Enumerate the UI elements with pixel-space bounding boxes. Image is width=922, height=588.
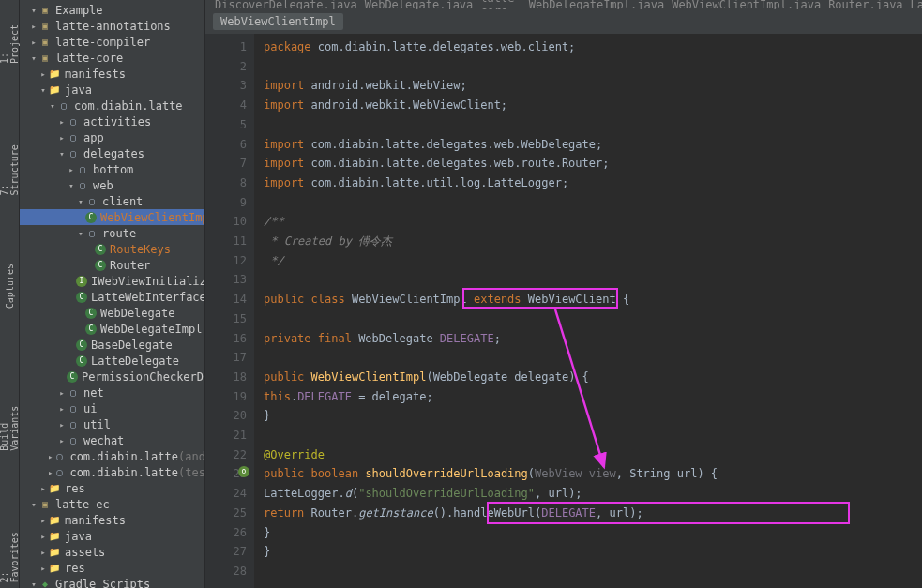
- line-number[interactable]: 3: [205, 76, 247, 96]
- tree-node[interactable]: ▸▢com.diabin.latte (test): [20, 464, 204, 480]
- tree-arrow[interactable]: ▾: [29, 500, 38, 509]
- tree-node[interactable]: ▸📁assets: [20, 544, 204, 560]
- tree-node[interactable]: ▸▢app: [20, 129, 204, 145]
- tree-node[interactable]: ▸▢ui: [20, 400, 204, 416]
- tree-node[interactable]: ▾▣Example: [20, 2, 204, 18]
- tree-arrow[interactable]: ▾: [29, 580, 38, 589]
- line-number[interactable]: 20: [205, 406, 247, 426]
- line-number[interactable]: 17: [205, 348, 247, 368]
- code-line[interactable]: }: [264, 406, 922, 426]
- tree-node[interactable]: CWebDelegateImpl: [20, 321, 204, 337]
- tree-node[interactable]: ▾▣latte-ec: [20, 496, 204, 512]
- editor-tab[interactable]: LatteWebInterface.java: [911, 0, 922, 9]
- tree-node[interactable]: ▸▢util: [20, 416, 204, 432]
- tree-node[interactable]: CWebViewClientImpl: [20, 209, 204, 225]
- tree-arrow[interactable]: ▾: [29, 6, 38, 15]
- line-number[interactable]: 15: [205, 309, 247, 329]
- line-number[interactable]: 24: [205, 484, 247, 504]
- tree-node[interactable]: ▾▢delegates: [20, 145, 204, 161]
- code-line[interactable]: /**: [264, 212, 922, 232]
- editor-tab[interactable]: Router.java: [828, 0, 902, 9]
- code-line[interactable]: [264, 57, 922, 77]
- line-number[interactable]: 27: [205, 542, 247, 562]
- code-line[interactable]: */: [264, 251, 922, 271]
- line-number[interactable]: 14: [205, 290, 247, 309]
- editor-tab[interactable]: DiscoverDelegate.java: [215, 0, 357, 9]
- line-number[interactable]: 13: [205, 270, 247, 290]
- editor-tab[interactable]: WebDelegateImpl.java: [529, 0, 665, 9]
- tree-arrow[interactable]: ▾: [67, 181, 76, 190]
- tree-node[interactable]: ▸📁res: [20, 560, 204, 576]
- tree-arrow[interactable]: ▸: [57, 117, 67, 127]
- tree-node[interactable]: IIWebViewInitializer: [20, 273, 204, 289]
- tree-node[interactable]: CLatteDelegate: [20, 353, 204, 369]
- breadcrumb-chip[interactable]: WebViewClientImpl: [213, 13, 343, 30]
- tree-node[interactable]: CLatteWebInterface: [20, 289, 204, 305]
- code-line[interactable]: [264, 115, 922, 135]
- tree-node[interactable]: CRouter: [20, 257, 204, 273]
- line-number[interactable]: 25: [205, 504, 247, 523]
- tool-tab-build-variants[interactable]: Build Variants: [0, 370, 22, 457]
- tree-node[interactable]: ▾▢route: [20, 225, 204, 241]
- line-number[interactable]: 19: [205, 387, 247, 407]
- code-line[interactable]: public class WebViewClientImpl extends W…: [264, 290, 922, 309]
- tree-arrow[interactable]: ▾: [29, 53, 38, 63]
- tree-node[interactable]: ▸▢net: [20, 384, 204, 400]
- override-icon[interactable]: o: [238, 466, 249, 477]
- code-line[interactable]: import com.diabin.latte.delegates.web.We…: [264, 135, 922, 155]
- tree-arrow[interactable]: ▾: [76, 229, 85, 238]
- tree-node[interactable]: ▸▢bottom: [20, 161, 204, 177]
- tree-node[interactable]: ▾📁java: [20, 82, 204, 98]
- tree-node[interactable]: ▾▢client: [20, 193, 204, 209]
- tree-arrow[interactable]: ▸: [57, 436, 67, 445]
- code-line[interactable]: [264, 309, 922, 329]
- code-line[interactable]: import com.diabin.latte.util.log.LatteLo…: [264, 173, 922, 193]
- code-lines[interactable]: package com.diabin.latte.delegates.web.c…: [254, 34, 922, 588]
- tree-arrow[interactable]: ▾: [38, 85, 48, 95]
- tree-node[interactable]: ▸📁manifests: [20, 512, 204, 528]
- tree-arrow[interactable]: ▸: [38, 548, 48, 557]
- tree-node[interactable]: ▸▢com.diabin.latte (androidTest): [20, 448, 204, 464]
- tree-arrow[interactable]: ▸: [38, 69, 48, 79]
- tree-arrow[interactable]: ▾: [57, 149, 67, 158]
- line-number[interactable]: 5: [205, 115, 247, 135]
- tree-node[interactable]: ▸📁res: [20, 480, 204, 496]
- tree-arrow[interactable]: ▸: [67, 165, 76, 174]
- code-line[interactable]: import android.webkit.WebViewClient;: [264, 96, 922, 115]
- code-line[interactable]: import android.webkit.WebView;: [264, 76, 922, 96]
- code-line[interactable]: private final WebDelegate DELEGATE;: [264, 329, 922, 349]
- code-line[interactable]: * Created by 傅令杰: [264, 232, 922, 251]
- tree-node[interactable]: ▸📁java: [20, 528, 204, 544]
- code-line[interactable]: [264, 426, 922, 445]
- tree-node[interactable]: CBaseDelegate: [20, 337, 204, 353]
- tree-arrow[interactable]: ▸: [57, 420, 67, 430]
- tree-node[interactable]: ▾◆Gradle Scripts: [20, 576, 204, 588]
- line-number[interactable]: 2: [205, 57, 247, 77]
- code-line[interactable]: @Override: [264, 445, 922, 465]
- line-number[interactable]: 11: [205, 232, 247, 251]
- tree-node[interactable]: ▸▣latte-compiler: [20, 34, 204, 50]
- tree-arrow[interactable]: ▸: [29, 22, 38, 31]
- tree-node[interactable]: ▾▢web: [20, 177, 204, 193]
- line-number[interactable]: 6: [205, 135, 247, 155]
- code-line[interactable]: this.DELEGATE = delegate;: [264, 387, 922, 407]
- tool-tab-structure[interactable]: 7: Structure: [0, 126, 22, 201]
- tool-tab-project[interactable]: 1: Project: [0, 5, 22, 69]
- tree-node[interactable]: CRouteKeys: [20, 241, 204, 257]
- code-line[interactable]: public boolean shouldOverrideUrlLoading(…: [264, 464, 922, 484]
- line-number[interactable]: 1: [205, 38, 247, 57]
- tree-arrow[interactable]: ▸: [29, 38, 38, 47]
- line-number[interactable]: 10: [205, 212, 247, 232]
- tree-arrow[interactable]: ▸: [57, 133, 67, 143]
- code-line[interactable]: [264, 562, 922, 581]
- tool-tab-favorites[interactable]: 2: Favorites: [0, 513, 22, 588]
- tree-arrow[interactable]: ▾: [76, 197, 85, 206]
- line-number[interactable]: 8: [205, 173, 247, 193]
- code-line[interactable]: public WebViewClientImpl(WebDelegate del…: [264, 368, 922, 387]
- tool-tab-captures[interactable]: Captures: [3, 258, 17, 314]
- code-line[interactable]: [264, 270, 922, 290]
- tree-arrow[interactable]: ▸: [57, 388, 67, 398]
- tree-arrow[interactable]: ▸: [38, 484, 48, 493]
- code-line[interactable]: }: [264, 542, 922, 562]
- line-number[interactable]: 9: [205, 193, 247, 213]
